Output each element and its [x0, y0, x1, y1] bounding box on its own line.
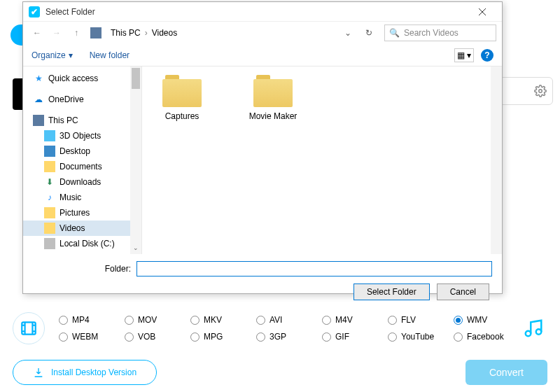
format-mov[interactable]: MOV	[125, 315, 190, 325]
radio-icon	[322, 316, 331, 325]
radio-icon	[59, 332, 68, 342]
format-gif[interactable]: GIF	[322, 332, 388, 342]
chevron-right-icon: ›	[145, 28, 148, 38]
refresh-button[interactable]: ↻	[360, 28, 377, 38]
install-label: Install Desktop Version	[51, 368, 136, 377]
format-mp4[interactable]: MP4	[59, 315, 125, 325]
up-button[interactable]: ↑	[68, 24, 85, 41]
folder-movie-maker[interactable]: Movie Maker	[241, 75, 304, 246]
sidebar-item-desktop[interactable]: Desktop	[23, 144, 141, 159]
format-vob[interactable]: VOB	[125, 332, 190, 342]
svg-point-9	[536, 329, 542, 335]
dialog-footer: Folder: Select Folder Cancel	[23, 254, 502, 307]
sidebar-item-pictures[interactable]: Pictures	[23, 205, 141, 220]
radio-icon	[256, 316, 265, 325]
chevron-down-icon: ▾	[69, 50, 73, 60]
search-input[interactable]: 🔍 Search Videos	[384, 24, 496, 41]
format-youtube[interactable]: YouTube	[388, 332, 454, 342]
close-button[interactable]	[468, 2, 496, 22]
format-mkv[interactable]: MKV	[190, 315, 256, 325]
gear-icon[interactable]	[534, 85, 547, 97]
sidebar-item-this-pc[interactable]: This PC	[23, 113, 141, 128]
radio-icon	[388, 332, 397, 342]
documents-icon	[44, 161, 55, 172]
sidebar-item-3d-objects[interactable]: 3D Objects	[23, 128, 141, 144]
radio-icon	[454, 332, 463, 342]
view-options-button[interactable]: ▦ ▾	[454, 48, 474, 62]
folder-icon	[253, 75, 293, 107]
format-3gp[interactable]: 3GP	[256, 332, 322, 342]
folder-name-input[interactable]	[136, 261, 492, 276]
svg-rect-1	[22, 322, 36, 334]
breadcrumb[interactable]: This PC › Videos ⌄	[107, 26, 358, 40]
new-folder-button[interactable]: New folder	[90, 50, 130, 60]
dialog-title: Select Folder	[46, 7, 468, 17]
format-flv[interactable]: FLV	[388, 315, 454, 325]
pc-icon	[33, 115, 44, 126]
downloads-icon: ⬇	[44, 176, 55, 188]
star-icon: ★	[33, 73, 44, 84]
cancel-button[interactable]: Cancel	[437, 284, 489, 300]
app-icon: ✔	[29, 6, 40, 18]
titlebar: ✔ Select Folder	[23, 2, 502, 22]
location-icon	[90, 27, 102, 38]
format-panel: MP4MOVMKVAVIM4VFLVWMVWEBMVOBMPG3GPGIFYou…	[13, 307, 547, 350]
format-facebook[interactable]: Facebook	[454, 332, 519, 342]
chevron-down-icon[interactable]: ⌄	[344, 28, 351, 38]
organize-menu[interactable]: Organize▾	[31, 50, 73, 60]
radio-icon	[256, 332, 265, 342]
sidebar-item-videos[interactable]: Videos	[23, 220, 141, 236]
radio-icon	[454, 316, 463, 325]
disk-icon	[44, 238, 55, 249]
sidebar-item-downloads[interactable]: ⬇Downloads	[23, 174, 141, 190]
svg-point-0	[539, 90, 542, 93]
format-webm[interactable]: WEBM	[59, 332, 125, 342]
folder-icon	[162, 75, 202, 107]
svg-point-8	[526, 331, 531, 337]
format-avi[interactable]: AVI	[256, 315, 322, 325]
sidebar-item-documents[interactable]: Documents	[23, 159, 141, 174]
install-desktop-button[interactable]: Install Desktop Version	[13, 360, 157, 385]
video-category-icon[interactable]	[13, 312, 45, 344]
search-icon: 🔍	[389, 28, 400, 38]
search-placeholder: Search Videos	[404, 28, 458, 38]
format-m4v[interactable]: M4V	[322, 315, 388, 325]
content-scrollbar[interactable]	[491, 66, 502, 254]
forward-button[interactable]: →	[48, 24, 65, 41]
cloud-icon: ☁	[33, 94, 44, 105]
crumb-current[interactable]: Videos	[152, 28, 177, 38]
sidebar-scrollbar[interactable]: ⌄	[130, 66, 141, 254]
crumb-root[interactable]: This PC	[111, 28, 141, 38]
sidebar-item-onedrive[interactable]: ☁OneDrive	[23, 92, 141, 107]
back-button[interactable]: ←	[29, 24, 46, 41]
radio-icon	[388, 316, 397, 325]
toolbar: Organize▾ New folder ▦ ▾ ?	[23, 44, 502, 66]
radio-icon	[59, 316, 68, 325]
sidebar-item-quick-access[interactable]: ★Quick access	[23, 71, 141, 86]
audio-category-icon[interactable]	[519, 314, 547, 342]
radio-icon	[322, 332, 331, 342]
folder-captures[interactable]: Captures	[150, 75, 214, 246]
videos-icon	[44, 223, 55, 234]
radio-icon	[190, 316, 200, 325]
format-wmv[interactable]: WMV	[454, 315, 519, 325]
music-icon: ♪	[44, 192, 55, 203]
desktop-icon	[44, 146, 55, 157]
folder-field-label: Folder:	[33, 264, 131, 274]
pictures-icon	[44, 207, 55, 218]
select-folder-dialog: ✔ Select Folder ← → ↑ This PC › Videos ⌄…	[22, 1, 503, 294]
nav-bar: ← → ↑ This PC › Videos ⌄ ↻ 🔍 Search Vide…	[23, 22, 502, 44]
sidebar-item-music[interactable]: ♪Music	[23, 190, 141, 205]
format-mpg[interactable]: MPG	[190, 332, 256, 342]
download-icon	[33, 367, 44, 378]
convert-button[interactable]: Convert	[465, 360, 547, 385]
radio-icon	[190, 332, 200, 342]
help-button[interactable]: ?	[481, 49, 493, 62]
folder-content[interactable]: Captures Movie Maker	[142, 66, 502, 254]
radio-icon	[125, 316, 134, 325]
select-folder-button[interactable]: Select Folder	[354, 284, 430, 300]
bottom-bar: Install Desktop Version Convert	[13, 358, 547, 386]
sidebar-item-local-disk[interactable]: Local Disk (C:)	[23, 236, 141, 251]
radio-icon	[125, 332, 134, 342]
objects3d-icon	[44, 130, 55, 141]
